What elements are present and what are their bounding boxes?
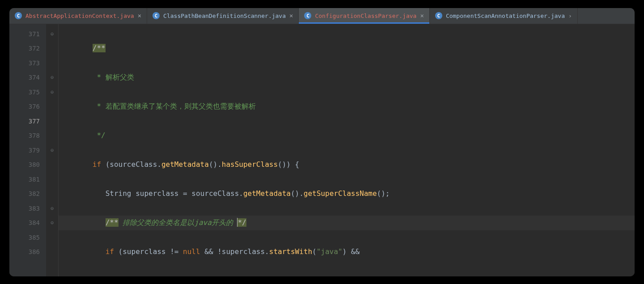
line-number: 378 [17,128,40,143]
java-class-icon: C [153,12,160,19]
line-number: 382 [17,187,40,201]
fold-marker [46,114,58,129]
tab-abstract-application-context[interactable]: C AbstractApplicationContext.java × [9,8,147,24]
close-icon[interactable]: × [289,13,293,19]
line-number: 385 [17,230,40,245]
line-number: 377 [17,114,40,129]
fold-marker [46,230,58,245]
fold-marker[interactable]: ⊖ [46,85,58,100]
close-icon[interactable]: × [420,13,424,19]
java-class-icon: C [304,12,311,19]
line-number: 373 [17,56,40,71]
fold-marker [46,56,58,71]
fold-marker [46,41,58,56]
fold-marker[interactable]: ⊖ [46,143,58,158]
line-number: 376 [17,99,40,114]
tab-component-scan-parser[interactable]: C ComponentScanAnnotationParser.java › [430,8,578,24]
tab-label: ConfigurationClassParser.java [315,13,416,19]
line-number: 371 [17,27,40,42]
line-number: 386 [17,245,40,259]
tab-label: ClassPathBeanDefinitionScanner.java [163,13,286,19]
line-number: 380 [17,157,40,172]
fold-column: ⊖ ⊖ ⊖ ⊖ ⊖ ⊖ [46,24,59,276]
line-number: 379 [17,143,40,158]
fold-marker [46,128,58,143]
fold-marker [46,99,58,114]
fold-marker[interactable]: ⊖ [46,216,58,230]
fold-marker[interactable]: ⊖ [46,27,58,42]
tab-label: AbstractApplicationContext.java [25,13,134,19]
fold-marker[interactable]: ⊖ [46,70,58,85]
fold-marker [46,172,58,187]
line-number-gutter: 371 372 373 374 375 376 377 378 379 380 … [9,24,46,276]
tab-configuration-class-parser[interactable]: C ConfigurationClassParser.java × [299,8,429,24]
tab-bar: C AbstractApplicationContext.java × C Cl… [9,8,635,24]
tab-classpath-bean-scanner[interactable]: C ClassPathBeanDefinitionScanner.java × [147,8,299,24]
chevron-right-icon: › [568,13,572,19]
java-class-icon: C [435,12,442,19]
line-number: 372 [17,41,40,56]
fold-marker[interactable]: ⊖ [46,201,58,216]
fold-marker [46,187,58,201]
line-number: 381 [17,172,40,187]
fold-marker [46,245,58,259]
code-area[interactable]: /** * 解析父类 * 若配置类继承了某个类，则其父类也需要被解析 */ if… [59,24,635,276]
line-number: 374 [17,70,40,85]
tab-label: ComponentScanAnnotationParser.java [446,13,565,19]
line-number: 384 [17,216,40,230]
java-class-icon: C [15,12,22,19]
line-number: 383 [17,201,40,216]
line-number: 375 [17,85,40,100]
ide-window: C AbstractApplicationContext.java × C Cl… [9,8,635,276]
close-icon[interactable]: × [138,13,141,19]
fold-marker [46,157,58,172]
editor: 371 372 373 374 375 376 377 378 379 380 … [9,24,635,276]
